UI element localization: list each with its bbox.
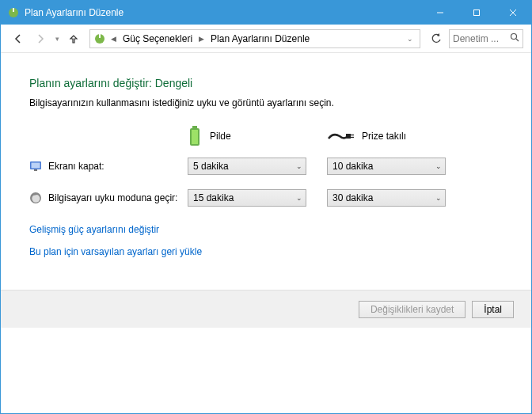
up-button[interactable]: [64, 29, 83, 48]
navigation-toolbar: ▾ ◀ Güç Seçenekleri ▶ Plan Ayarlarını Dü…: [1, 25, 531, 53]
page-subheading: Bilgisayarınızın kullanmasını istediğini…: [29, 97, 503, 108]
window-controls: [422, 1, 531, 25]
plugged-column-header: Prize takılı: [327, 126, 454, 146]
breadcrumb-level1[interactable]: Güç Seçenekleri: [120, 30, 196, 47]
search-icon[interactable]: [510, 32, 519, 44]
svg-rect-16: [32, 163, 40, 169]
svg-rect-3: [474, 10, 480, 16]
advanced-settings-link[interactable]: Gelişmiş güç ayarlarını değiştir: [29, 224, 503, 235]
sleep-row: Bilgisayarı uyku moduna geçir: 15 dakika…: [29, 189, 503, 207]
display-icon: [29, 160, 42, 173]
svg-rect-10: [192, 126, 197, 128]
minimize-button[interactable]: [422, 1, 458, 25]
plugged-column-label: Prize takılı: [362, 131, 406, 142]
address-bar[interactable]: ◀ Güç Seçenekleri ▶ Plan Ayarlarını Düze…: [89, 29, 420, 48]
breadcrumb-level2[interactable]: Plan Ayarlarını Düzenle: [207, 30, 313, 47]
chevron-down-icon: ⌄: [296, 194, 302, 202]
battery-column-label: Pilde: [210, 131, 231, 142]
window-title: Plan Ayarlarını Düzenle: [25, 7, 422, 18]
svg-rect-12: [192, 130, 198, 144]
battery-column-header: Pilde: [188, 126, 314, 146]
sleep-plugged-select[interactable]: 30 dakika⌄: [327, 189, 446, 207]
chevron-down-icon: ⌄: [296, 162, 302, 170]
footer-bar: Değişiklikleri kaydet İptal: [1, 290, 531, 328]
search-placeholder: Denetim ...: [453, 33, 507, 44]
display-off-plugged-select[interactable]: 10 dakika⌄: [327, 158, 446, 175]
restore-defaults-link[interactable]: Bu plan için varsayılan ayarları geri yü…: [29, 246, 503, 257]
maximize-button[interactable]: [458, 1, 495, 25]
chevron-down-icon: ⌄: [435, 194, 442, 202]
cancel-button[interactable]: İptal: [472, 301, 514, 318]
content-area: Planın ayarlarını değiştir: Dengeli Bilg…: [1, 53, 531, 257]
svg-rect-7: [99, 34, 101, 38]
title-bar: Plan Ayarlarını Düzenle: [1, 1, 531, 25]
column-headers: Pilde Prize takılı: [29, 126, 503, 146]
chevron-down-icon: ⌄: [435, 162, 442, 170]
recent-locations-button[interactable]: ▾: [53, 35, 61, 43]
sleep-label: Bilgisayarı uyku moduna geçir:: [48, 192, 177, 203]
chevron-left-icon[interactable]: ◀: [109, 35, 118, 43]
search-input[interactable]: Denetim ...: [449, 29, 523, 48]
address-dropdown-button[interactable]: ⌄: [404, 35, 416, 43]
app-icon: [7, 6, 20, 19]
svg-line-9: [516, 39, 519, 41]
back-button[interactable]: [9, 29, 28, 48]
sleep-icon: [29, 192, 42, 204]
refresh-button[interactable]: [427, 29, 446, 48]
sleep-battery-select[interactable]: 15 dakika⌄: [188, 189, 306, 207]
page-heading: Planın ayarlarını değiştir: Dengeli: [29, 77, 503, 89]
display-off-battery-select[interactable]: 5 dakika⌄: [188, 158, 306, 175]
close-button[interactable]: [495, 1, 531, 25]
save-button[interactable]: Değişiklikleri kaydet: [359, 301, 466, 318]
svg-rect-1: [13, 8, 14, 12]
forward-button[interactable]: [31, 29, 50, 48]
plug-icon: [327, 131, 354, 142]
display-off-row: Ekranı kapat: 5 dakika⌄ 10 dakika⌄: [29, 158, 503, 175]
svg-point-8: [511, 34, 517, 40]
battery-icon: [188, 126, 202, 146]
links-section: Gelişmiş güç ayarlarını değiştir Bu plan…: [29, 224, 503, 257]
display-off-label: Ekranı kapat:: [48, 161, 104, 172]
svg-rect-17: [34, 169, 37, 171]
chevron-right-icon[interactable]: ▶: [197, 35, 206, 43]
power-options-icon: [93, 32, 106, 45]
